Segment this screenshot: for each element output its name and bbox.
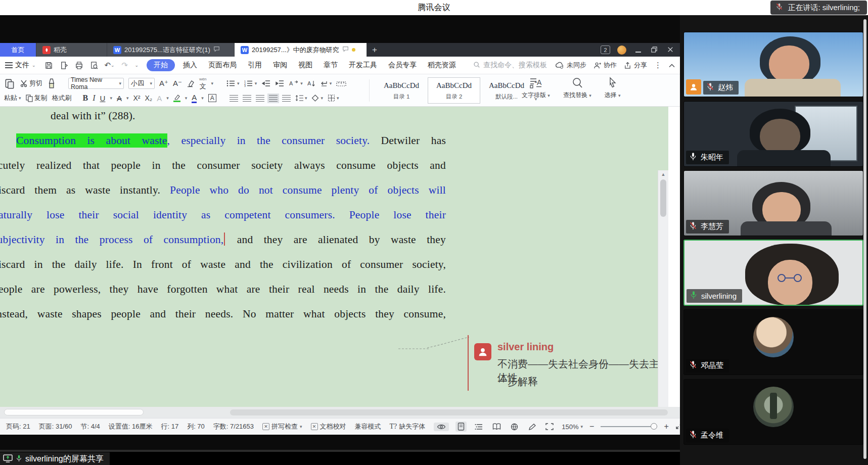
shrink-font-button[interactable]: A⁻	[173, 79, 182, 88]
zoom-slider[interactable]	[601, 423, 657, 430]
align-left-button[interactable]	[230, 95, 238, 102]
command-search[interactable]: 查找命令、搜索模板	[473, 61, 547, 70]
font-color-dropdown[interactable]: ▾	[201, 96, 204, 101]
grow-font-button[interactable]: A⁺	[159, 79, 168, 88]
status-wordcount[interactable]: 字数: 7/21653	[213, 422, 254, 431]
ink-pen-button[interactable]	[526, 422, 537, 432]
vertical-scrollbar[interactable]: ▲ ▲ ◻ ▼	[658, 170, 668, 407]
zoom-out-button[interactable]: −	[589, 422, 594, 431]
text-layout-button[interactable]: A 文字排版 ▾	[522, 76, 550, 100]
horizontal-scrollbar[interactable]	[0, 407, 680, 418]
sync-status[interactable]: 未同步	[555, 61, 586, 70]
cut-button[interactable]: 剪切	[20, 79, 42, 88]
page-view-button[interactable]	[455, 422, 467, 432]
menu-tab-references[interactable]: 引用	[245, 61, 265, 70]
share-button[interactable]: 分享	[624, 61, 647, 70]
menu-tab-review[interactable]: 审阅	[270, 61, 290, 70]
decrease-indent-icon[interactable]	[261, 80, 270, 87]
menu-tab-home[interactable]: 开始	[147, 59, 175, 71]
minimize-button[interactable]	[633, 46, 643, 54]
customize-quickbar-icon[interactable]: ⌄	[135, 63, 139, 68]
superscript-button[interactable]: X²	[133, 94, 140, 102]
align-right-button[interactable]	[256, 95, 264, 102]
bold-button[interactable]: B	[83, 94, 88, 103]
print-preview-icon[interactable]	[89, 60, 100, 70]
hscrollbar-thumb[interactable]	[4, 409, 144, 415]
font-name-select[interactable]: Times New Roma▾	[68, 78, 124, 89]
format-painter-button[interactable]: 格式刷	[52, 94, 72, 103]
char-border-button[interactable]: A	[208, 94, 216, 102]
sidebar-scrollbar[interactable]	[863, 19, 866, 459]
underline-dropdown[interactable]: ▾	[110, 96, 112, 101]
style-toc1[interactable]: AaBbCcDd 目录 1	[375, 77, 428, 104]
participant-tile-5[interactable]: 邓晶莹	[683, 309, 863, 375]
comment-author[interactable]: silver lining	[497, 341, 554, 353]
export-icon[interactable]	[59, 60, 69, 70]
highlight-dropdown[interactable]: ▾	[185, 96, 188, 101]
eye-protect-button[interactable]	[434, 423, 449, 431]
align-distribute-button[interactable]	[282, 95, 291, 102]
copy-button[interactable]: 复制	[26, 94, 48, 103]
zoom-slider-knob[interactable]	[651, 423, 657, 430]
participant-tile-2[interactable]: 朱昭年	[683, 101, 863, 167]
tab-doc2-active[interactable]: W 20199257...》中的废弃物研究	[235, 43, 367, 57]
style-toc2[interactable]: AaBbCcDd 目录 2	[428, 77, 480, 104]
undo-icon[interactable]: ↶⌄	[105, 60, 115, 70]
bullet-list-icon[interactable]: ▾	[226, 80, 240, 87]
paste-button[interactable]: 粘贴▾	[4, 94, 21, 103]
clear-format-icon[interactable]	[187, 80, 195, 87]
scrollbar-thumb[interactable]	[660, 179, 666, 217]
print-icon[interactable]	[74, 60, 84, 70]
line-spacing-button[interactable]: ▾	[295, 95, 307, 102]
increase-indent-icon[interactable]	[275, 80, 284, 87]
menu-tab-member[interactable]: 会员专享	[385, 61, 420, 70]
ruler-units-icon[interactable]	[336, 80, 346, 87]
menu-tab-section[interactable]: 章节	[321, 61, 341, 70]
zoom-level[interactable]: 150%▾	[562, 423, 583, 431]
menu-tab-view[interactable]: 视图	[295, 61, 315, 70]
menu-tab-devtools[interactable]: 开发工具	[346, 61, 380, 70]
missing-font-button[interactable]: T?缺失字体	[390, 422, 426, 431]
web-view-button[interactable]	[509, 422, 520, 432]
read-mode-button[interactable]	[491, 422, 502, 432]
shading-button[interactable]: ▾	[311, 95, 323, 102]
font-size-select[interactable]: 小四▾	[128, 78, 155, 89]
letter-spacing-icon[interactable]: A▾	[289, 80, 303, 87]
subscript-button[interactable]: X₂	[145, 94, 152, 102]
file-menu[interactable]: 文件 ⌄	[5, 61, 36, 70]
fit-page-button[interactable]	[544, 422, 555, 432]
strike-dropdown[interactable]: ▾	[126, 96, 129, 101]
menu-tab-page-layout[interactable]: 页面布局	[205, 61, 240, 70]
compat-mode-label[interactable]: 兼容模式	[355, 422, 381, 431]
redo-icon[interactable]: ↷	[120, 60, 130, 70]
participant-tile-4[interactable]: silverlining	[683, 240, 863, 306]
effects-dropdown[interactable]: ▾	[166, 96, 169, 101]
zoom-in-button[interactable]: +	[664, 422, 668, 431]
outline-view-button[interactable]	[473, 422, 484, 432]
menu-tab-insert[interactable]: 插入	[180, 61, 200, 70]
collapse-ribbon-icon[interactable]	[669, 62, 675, 69]
collaborate-button[interactable]: 协作	[593, 61, 617, 70]
close-button[interactable]	[666, 46, 675, 54]
find-replace-button[interactable]: 查找替换 ▾	[563, 76, 591, 100]
numbered-list-icon[interactable]: 123▾	[244, 80, 257, 87]
pinyin-dropdown[interactable]: ▾	[211, 81, 214, 86]
more-menu-icon[interactable]: ⋮	[654, 61, 662, 70]
italic-button[interactable]: I	[93, 94, 95, 103]
scroll-up-arrow[interactable]: ▲	[658, 172, 668, 177]
tab-doc1[interactable]: W 201992575...语言特征研究(1)	[107, 43, 235, 57]
clipboard-icon[interactable]	[4, 77, 15, 89]
format-painter-icon[interactable]	[47, 78, 56, 89]
account-avatar[interactable]	[617, 45, 626, 55]
participant-tile-6[interactable]: 孟令维	[683, 379, 863, 445]
wrap-mark-icon[interactable]: ▾	[320, 80, 332, 87]
font-color-button[interactable]: A	[192, 93, 197, 103]
participant-tile-3[interactable]: 李慧芳	[683, 170, 863, 236]
restore-button[interactable]	[650, 46, 659, 54]
borders-button[interactable]: ▾	[328, 95, 339, 102]
save-icon[interactable]	[44, 60, 54, 70]
window-count-badge[interactable]: 2	[601, 45, 610, 54]
tab-docer[interactable]: 稻壳	[36, 43, 107, 57]
select-button[interactable]: 选择 ▾	[605, 76, 621, 100]
underline-button[interactable]: U	[100, 94, 106, 103]
